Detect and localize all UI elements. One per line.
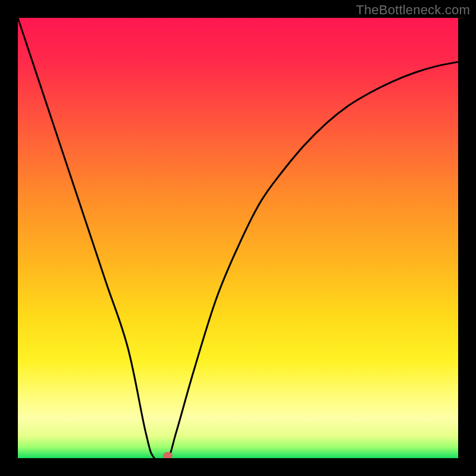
plot-area	[18, 18, 458, 458]
watermark-text: TheBottleneck.com	[356, 2, 470, 18]
chart-frame: TheBottleneck.com	[0, 0, 476, 476]
minimum-marker	[163, 452, 173, 458]
bottleneck-curve	[18, 18, 458, 458]
